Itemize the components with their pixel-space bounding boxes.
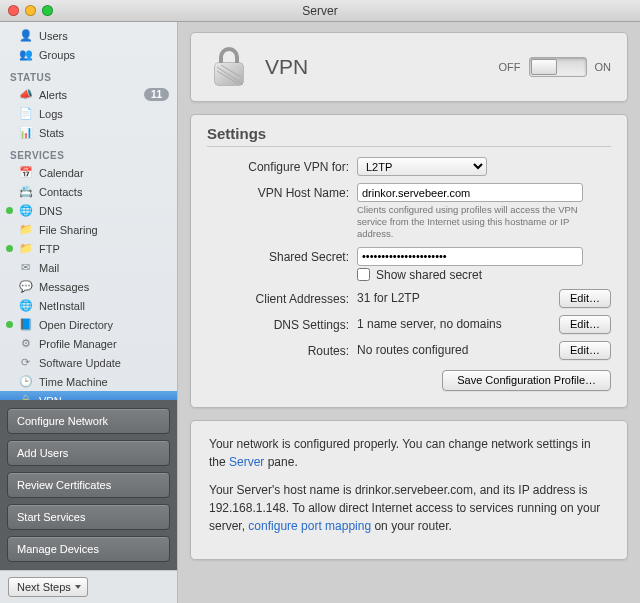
lock-icon: [207, 45, 251, 89]
netinstall-icon: 🌐: [18, 298, 33, 313]
sidebar: 👤 Users 👥 Groups STATUS 📣 Alerts 11 📄 Lo…: [0, 22, 178, 603]
review-certificates-button[interactable]: Review Certificates: [7, 472, 170, 498]
toggle-knob: [531, 59, 557, 75]
groups-icon: 👥: [18, 47, 33, 62]
settings-heading: Settings: [207, 125, 611, 147]
manage-devices-button[interactable]: Manage Devices: [7, 536, 170, 562]
info-paragraph-1: Your network is configured properly. You…: [209, 435, 609, 471]
show-secret-label: Show shared secret: [376, 268, 482, 282]
sidebar-item-filesharing[interactable]: 📁File Sharing: [0, 220, 177, 239]
timemachine-icon: 🕒: [18, 374, 33, 389]
sidebar-item-label: Software Update: [39, 357, 169, 369]
hostname-input[interactable]: [357, 183, 583, 202]
sidebar-item-alerts[interactable]: 📣 Alerts 11: [0, 85, 177, 104]
shared-secret-label: Shared Secret:: [207, 247, 349, 264]
row-routes: Routes: No routes configured Edit…: [207, 341, 611, 360]
sidebar-item-opendirectory[interactable]: 📘Open Directory: [0, 315, 177, 334]
edit-routes-button[interactable]: Edit…: [559, 341, 611, 360]
next-steps-button[interactable]: Next Steps: [8, 577, 88, 597]
sidebar-item-timemachine[interactable]: 🕒Time Machine: [0, 372, 177, 391]
vpn-icon: 🔒: [18, 393, 33, 400]
client-addresses-value: 31 for L2TP: [357, 291, 553, 305]
sidebar-item-label: Mail: [39, 262, 169, 274]
sidebar-item-vpn[interactable]: 🔒VPN: [0, 391, 177, 400]
traffic-lights: [8, 5, 53, 16]
sidebar-item-label: DNS: [39, 205, 169, 217]
sidebar-item-label: Profile Manager: [39, 338, 169, 350]
start-services-button[interactable]: Start Services: [7, 504, 170, 530]
configure-port-mapping-link[interactable]: configure port mapping: [248, 519, 371, 533]
sidebar-item-label: Alerts: [39, 89, 144, 101]
sidebar-heading-services: SERVICES: [0, 142, 177, 163]
close-icon[interactable]: [8, 5, 19, 16]
info-paragraph-2: Your Server's host name is drinkor.serve…: [209, 481, 609, 535]
logs-icon: 📄: [18, 106, 33, 121]
sidebar-item-contacts[interactable]: 📇Contacts: [0, 182, 177, 201]
sidebar-item-label: Stats: [39, 127, 169, 139]
configure-vpn-select[interactable]: L2TP: [357, 157, 487, 176]
next-steps-bar: Next Steps: [0, 570, 177, 603]
toggle-off-label: OFF: [499, 61, 521, 73]
info-panel: Your network is configured properly. You…: [190, 420, 628, 560]
sidebar-list: 👤 Users 👥 Groups STATUS 📣 Alerts 11 📄 Lo…: [0, 26, 177, 400]
sidebar-item-label: Open Directory: [39, 319, 169, 331]
sidebar-item-label: Groups: [39, 49, 169, 61]
status-dot-icon: [6, 245, 13, 252]
sidebar-item-mail[interactable]: ✉︎Mail: [0, 258, 177, 277]
calendar-icon: 📅: [18, 165, 33, 180]
status-dot-icon: [6, 321, 13, 328]
dns-settings-value: 1 name server, no domains: [357, 317, 553, 331]
sidebar-item-users[interactable]: 👤 Users: [0, 26, 177, 45]
sidebar-item-dns[interactable]: 🌐DNS: [0, 201, 177, 220]
sidebar-item-softwareupdate[interactable]: ⟳Software Update: [0, 353, 177, 372]
dns-settings-label: DNS Settings:: [207, 315, 349, 332]
service-toggle: OFF ON: [499, 57, 612, 77]
toggle-switch[interactable]: [529, 57, 587, 77]
sidebar-item-groups[interactable]: 👥 Groups: [0, 45, 177, 64]
row-dns-settings: DNS Settings: 1 name server, no domains …: [207, 315, 611, 334]
toggle-on-label: ON: [595, 61, 612, 73]
settings-panel: Settings Configure VPN for: L2TP VPN Hos…: [190, 114, 628, 408]
row-hostname: VPN Host Name: Clients configured using …: [207, 183, 611, 240]
configure-network-button[interactable]: Configure Network: [7, 408, 170, 434]
sidebar-item-profilemanager[interactable]: ⚙︎Profile Manager: [0, 334, 177, 353]
sidebar-item-calendar[interactable]: 📅Calendar: [0, 163, 177, 182]
add-users-button[interactable]: Add Users: [7, 440, 170, 466]
show-secret-checkbox[interactable]: [357, 268, 370, 281]
hostname-hint: Clients configured using profiles will a…: [357, 204, 597, 240]
shared-secret-input[interactable]: [357, 247, 583, 266]
routes-label: Routes:: [207, 341, 349, 358]
edit-dns-button[interactable]: Edit…: [559, 315, 611, 334]
sidebar-item-label: Contacts: [39, 186, 169, 198]
sidebar-item-label: Users: [39, 30, 169, 42]
row-shared-secret: Shared Secret: Show shared secret: [207, 247, 611, 282]
mail-icon: ✉︎: [18, 260, 33, 275]
sidebar-item-label: Time Machine: [39, 376, 169, 388]
sidebar-item-label: NetInstall: [39, 300, 169, 312]
sidebar-heading-status: STATUS: [0, 64, 177, 85]
sidebar-actions: Configure Network Add Users Review Certi…: [0, 400, 177, 570]
opendir-icon: 📘: [18, 317, 33, 332]
messages-icon: 💬: [18, 279, 33, 294]
sidebar-item-messages[interactable]: 💬Messages: [0, 277, 177, 296]
minimize-icon[interactable]: [25, 5, 36, 16]
status-dot-icon: [6, 207, 13, 214]
server-pane-link[interactable]: Server: [229, 455, 264, 469]
window-title: Server: [0, 4, 640, 18]
zoom-icon[interactable]: [42, 5, 53, 16]
routes-value: No routes configured: [357, 343, 553, 357]
swupdate-icon: ⟳: [18, 355, 33, 370]
users-icon: 👤: [18, 28, 33, 43]
sidebar-item-ftp[interactable]: 📁FTP: [0, 239, 177, 258]
alert-icon: 📣: [18, 87, 33, 102]
dns-icon: 🌐: [18, 203, 33, 218]
save-configuration-button[interactable]: Save Configuration Profile…: [442, 370, 611, 391]
edit-client-addresses-button[interactable]: Edit…: [559, 289, 611, 308]
row-configure-vpn: Configure VPN for: L2TP: [207, 157, 611, 176]
window-titlebar: Server: [0, 0, 640, 22]
row-client-addresses: Client Addresses: 31 for L2TP Edit…: [207, 289, 611, 308]
sidebar-item-label: FTP: [39, 243, 169, 255]
sidebar-item-logs[interactable]: 📄 Logs: [0, 104, 177, 123]
sidebar-item-stats[interactable]: 📊 Stats: [0, 123, 177, 142]
sidebar-item-netinstall[interactable]: 🌐NetInstall: [0, 296, 177, 315]
